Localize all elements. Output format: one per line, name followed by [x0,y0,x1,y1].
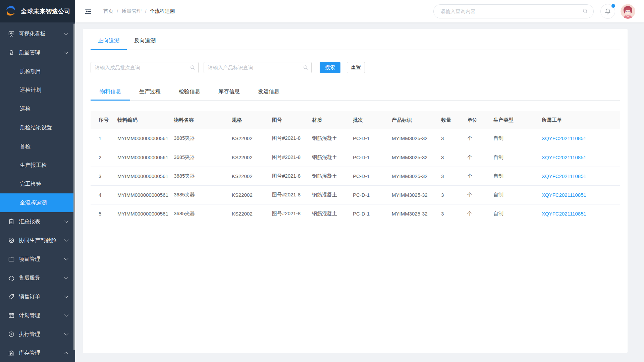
sidebar-item-8[interactable]: 生产报工检 [0,156,75,175]
work-order-link[interactable]: XQYFC2021110851 [542,135,586,141]
table-row: 5MYIMM0000000005613685夹器KS22002图号#2021-8… [91,204,620,223]
info-tab-1[interactable]: 物料信息 [91,83,130,101]
table-cell: KS22002 [224,148,264,167]
sidebar-item-7[interactable]: 首检 [0,137,75,156]
work-order-link[interactable]: XQYFC2021110851 [542,192,586,198]
info-tabs: 物料信息生产过程检验信息库存信息发运信息 [91,83,620,101]
table-row: 1MYIMM0000000005613685夹器KS22002图号#2021-8… [91,129,620,148]
chevron-down-icon [64,31,68,35]
column-header: 产品标识 [384,111,433,129]
product-search-input[interactable] [204,62,312,73]
table-cell: XQYFC2021110851 [534,204,620,223]
table-cell: 3 [433,129,459,148]
user-avatar[interactable] [621,4,635,19]
table-cell: 3685夹器 [166,185,224,204]
table-cell: 图号#2021-8 [264,148,304,167]
sidebar-item-6[interactable]: 质检结论设置 [0,118,75,137]
table-cell: 图号#2021-8 [264,167,304,185]
sidebar-item-13[interactable]: 项目管理 [0,250,75,268]
reset-button[interactable]: 重置 [347,62,365,73]
sidebar-item-label: 生产报工检 [20,162,47,169]
breadcrumb-quality[interactable]: 质量管理 [121,8,142,14]
work-order-link[interactable]: XQYFC2021110851 [542,173,586,179]
info-tab-2[interactable]: 生产过程 [130,83,170,101]
chevron-down-icon [64,219,68,223]
info-tab-5[interactable]: 发运信息 [249,83,288,101]
sidebar-item-5[interactable]: 巡检 [0,100,75,118]
info-tab-3[interactable]: 检验信息 [170,83,209,101]
table-cell: 个 [459,129,485,148]
sidebar-item-17[interactable]: 执行管理 [0,325,75,344]
table-cell: XQYFC2021110851 [534,129,620,148]
notification-button[interactable] [600,4,615,19]
main-content: 正向追溯反向追溯 搜索 重置 物料信息生 [75,22,644,362]
sidebar-scrollbar[interactable] [73,23,75,350]
inventory-icon [8,350,15,356]
sidebar-item-2[interactable]: 质量管理 [0,43,75,62]
work-order-link[interactable]: XQYFC2021110851 [542,155,586,160]
search-icon[interactable] [582,8,588,15]
table-cell: 个 [459,204,485,223]
global-search-input[interactable] [433,4,594,18]
sidebar-item-label: 质检项目 [20,68,41,75]
sidebar-item-12[interactable]: 协同生产驾驶舱 [0,231,75,250]
breadcrumb: 首页 / 质量管理 / 全流程追溯 [103,8,175,14]
trace-tab-1[interactable]: 正向追溯 [91,32,127,50]
sidebar-item-16[interactable]: 计划管理 [0,306,75,325]
sidebar-item-15[interactable]: 销售订单 [0,287,75,306]
table-cell: MYIMM3025-32 [384,167,433,185]
table-cell: 自制 [485,185,534,204]
sidebar-item-18[interactable]: 库存管理 [0,344,75,362]
batch-search-input[interactable] [91,62,199,73]
batch-search-field [91,62,199,73]
column-header: 物料名称 [166,111,224,129]
table-cell: XQYFC2021110851 [534,185,620,204]
sidebar-item-10[interactable]: 全流程追溯 [0,193,75,212]
trace-tabs: 正向追溯反向追溯 [91,32,620,50]
info-tab-4[interactable]: 库存信息 [209,83,249,101]
plan-icon [8,312,15,319]
table-cell: 3 [433,148,459,167]
sidebar-item-14[interactable]: 售后服务 [0,268,75,287]
work-order-link[interactable]: XQYFC2021110851 [542,211,586,217]
trace-tab-2[interactable]: 反向追溯 [127,32,163,50]
sidebar-collapse-icon[interactable] [84,7,93,16]
table-cell: MYIMM3025-32 [384,204,433,223]
chevron-down-icon [64,312,68,317]
table-cell: MYIMM3025-32 [384,185,433,204]
breadcrumb-current: 全流程追溯 [150,8,175,14]
sidebar-item-1[interactable]: 可视化看板 [0,24,75,43]
topbar: 首页 / 质量管理 / 全流程追溯 [75,0,644,22]
trace-card: 正向追溯反向追溯 搜索 重置 物料信息生 [83,29,628,353]
column-header: 物料编码 [109,111,166,129]
sidebar-item-label: 汇总报表 [19,218,40,225]
cockpit-icon [8,237,15,244]
sidebar-item-11[interactable]: 汇总报表 [0,212,75,231]
sidebar-item-label: 项目管理 [19,256,40,263]
column-header: 图号 [264,111,304,129]
table-cell: MYIMM000000000561 [109,167,166,185]
sidebar-item-label: 计划管理 [19,312,40,319]
table-cell: KS22002 [224,129,264,148]
company-name: 全球未来智造公司 [21,7,70,15]
sidebar-item-9[interactable]: 完工检验 [0,175,75,193]
sidebar-item-label: 全流程追溯 [20,199,47,206]
sidebar-item-3[interactable]: 质检项目 [0,62,75,81]
column-header: 规格 [224,111,264,129]
table-cell: PC-D-1 [345,204,384,223]
notification-badge [611,4,615,8]
table-cell: 3 [433,185,459,204]
chevron-down-icon [64,50,68,54]
sidebar-item-4[interactable]: 巡检计划 [0,81,75,100]
sidebar-item-label: 销售订单 [19,293,40,300]
table-cell: 4 [91,185,109,204]
table-cell: PC-D-1 [345,129,384,148]
product-search-field [204,62,312,73]
column-header: 材质 [304,111,345,129]
search-button[interactable]: 搜索 [320,62,340,73]
table-cell: MYIMM000000000561 [109,185,166,204]
table-cell: 3 [433,167,459,185]
breadcrumb-home[interactable]: 首页 [103,8,113,14]
table-cell: KS22002 [224,167,264,185]
table-cell: 钢筋混凝土 [304,204,345,223]
